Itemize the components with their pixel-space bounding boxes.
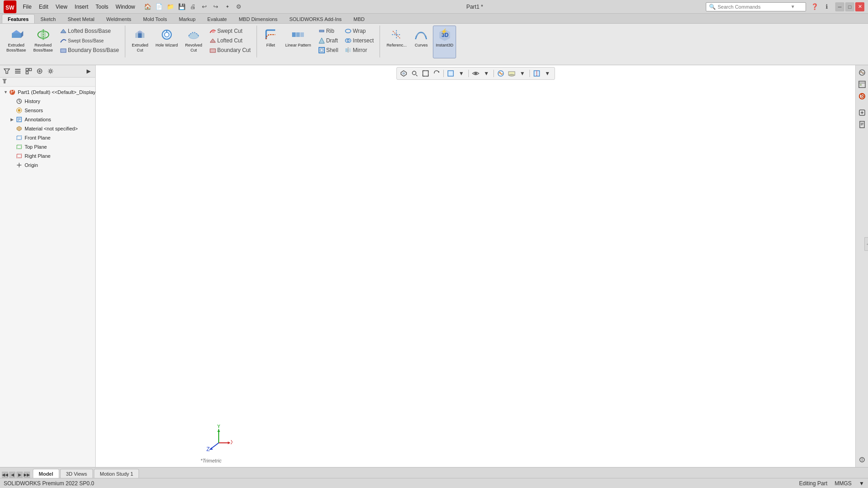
scenes-btn[interactable] — [507, 68, 517, 78]
tab-weldments[interactable]: Weldments — [100, 14, 137, 23]
shell-btn[interactable]: Shell — [316, 46, 341, 55]
tab-prev2-btn[interactable]: ◀ — [9, 472, 15, 478]
close-btn[interactable]: ✕ — [855, 2, 864, 11]
tree-item-part1[interactable]: ▼ P Part1 (Default) <<Default>_Display S — [0, 88, 95, 97]
tree-item-right-plane[interactable]: ▶ Right Plane — [0, 151, 95, 161]
hide-show-dropdown[interactable]: ▼ — [482, 68, 492, 78]
appearance-sidebar-btn[interactable] — [857, 67, 868, 78]
tab-sketch[interactable]: Sketch — [35, 14, 62, 23]
tree-item-material[interactable]: ▶ Material <not specified> — [0, 124, 95, 133]
tab-evaluate[interactable]: Evaluate — [201, 14, 233, 23]
instant3d-btn[interactable]: 3D ⚡ Instant3D — [433, 26, 456, 58]
extruded-cut-btn[interactable]: ExtrudedCut — [129, 26, 151, 58]
ft-add-btn[interactable] — [35, 66, 45, 76]
document-properties-btn[interactable] — [857, 119, 868, 130]
swept-cut-btn[interactable]: Swept Cut — [207, 26, 253, 36]
3d-content-central-btn[interactable] — [857, 107, 868, 118]
status-units-dropdown[interactable]: ▼ — [859, 480, 864, 487]
expand-arrow-part1[interactable]: ▼ — [4, 89, 8, 95]
curves-btn[interactable]: Curves — [411, 26, 431, 58]
tab-features[interactable]: Features — [2, 14, 35, 23]
selection-btn[interactable]: ✦ — [222, 2, 232, 12]
menu-edit[interactable]: Edit — [35, 3, 52, 11]
open-btn[interactable]: 📁 — [165, 2, 175, 12]
rib-btn[interactable]: Rib — [316, 26, 341, 36]
tree-item-front-plane[interactable]: ▶ Front Plane — [0, 133, 95, 142]
tree-item-top-plane[interactable]: ▶ Top Plane — [0, 142, 95, 151]
tree-item-sensors[interactable]: ▶ Sensors — [0, 106, 95, 115]
minimize-btn[interactable]: ─ — [835, 2, 844, 11]
restore-btn[interactable]: □ — [845, 2, 854, 11]
ft-filter-btn[interactable] — [2, 66, 12, 76]
tab-mbd[interactable]: MBD — [348, 14, 370, 23]
viewport[interactable]: ▼ ▼ ▼ ▼ X — [96, 65, 855, 467]
zoom-fit-btn[interactable] — [421, 68, 431, 78]
zoom-area-btn[interactable] — [410, 68, 420, 78]
swept-boss-btn[interactable]: Swept Boss/Base — [57, 36, 121, 45]
rotate-btn[interactable] — [431, 68, 442, 78]
solidworks-resources-btn[interactable]: S — [857, 91, 868, 102]
info-btn[interactable]: ℹ — [822, 2, 832, 12]
boundary-cut-btn[interactable]: Boundary Cut — [207, 46, 253, 55]
tab-mold-tools[interactable]: Mold Tools — [137, 14, 173, 23]
scenes-dropdown[interactable]: ▼ — [518, 68, 528, 78]
home-btn[interactable]: 🏠 — [143, 2, 153, 12]
hide-show-btn[interactable] — [471, 68, 481, 78]
ft-list-btn[interactable] — [13, 66, 23, 76]
tab-model[interactable]: Model — [33, 469, 59, 478]
new-btn[interactable]: 📄 — [154, 2, 164, 12]
custom-property-tab-btn[interactable] — [857, 454, 868, 465]
lofted-boss-btn[interactable]: Lofted Boss/Base — [57, 26, 121, 36]
menu-tools[interactable]: Tools — [92, 3, 112, 11]
tab-motion-study[interactable]: Motion Study 1 — [94, 469, 139, 478]
save-btn[interactable]: 💾 — [177, 2, 187, 12]
linear-pattern-btn[interactable]: Linear Pattern — [282, 26, 314, 58]
tab-markup[interactable]: Markup — [173, 14, 201, 23]
options-btn[interactable]: ⚙ — [234, 2, 244, 12]
section-view-btn[interactable] — [532, 68, 542, 78]
help-btn[interactable]: ❓ — [810, 2, 820, 12]
search-box[interactable]: 🔍 ▼ — [706, 2, 806, 11]
menu-view[interactable]: View — [52, 3, 71, 11]
display-style-dropdown[interactable]: ▼ — [457, 68, 467, 78]
reference-btn[interactable]: Referenc... — [384, 26, 409, 58]
tab-mbd-dimensions[interactable]: MBD Dimensions — [233, 14, 283, 23]
tab-prev-btn[interactable]: ◀◀ — [2, 472, 8, 478]
menu-insert[interactable]: Insert — [71, 3, 92, 11]
mirror-btn[interactable]: Mirror — [342, 46, 376, 55]
camera-btn[interactable]: ▼ — [543, 68, 553, 78]
undo-btn[interactable]: ↩ — [200, 2, 210, 12]
tab-next-btn[interactable]: ▶ — [16, 472, 23, 478]
print-btn[interactable]: 🖨 — [188, 2, 198, 12]
tree-item-history[interactable]: ▶ History — [0, 97, 95, 106]
tab-sheet-metal[interactable]: Sheet Metal — [62, 14, 101, 23]
view-orient-btn[interactable] — [399, 68, 409, 78]
tree-item-origin[interactable]: ▶ Origin — [0, 161, 95, 170]
revolved-boss-btn[interactable]: RevolvedBoss/Base — [31, 26, 56, 58]
revolved-cut-btn[interactable]: RevolvedCut — [182, 26, 205, 58]
boundary-boss-btn[interactable]: Boundary Boss/Base — [57, 46, 121, 55]
lofted-cut-btn[interactable]: Lofted Cut — [207, 36, 253, 45]
intersect-btn[interactable]: Intersect — [342, 36, 376, 45]
ft-settings-btn[interactable] — [46, 66, 56, 76]
menu-file[interactable]: File — [19, 3, 35, 11]
hole-wizard-btn[interactable]: Hole Wizard — [153, 26, 180, 58]
search-dropdown-icon[interactable]: ▼ — [791, 4, 795, 9]
tab-next2-btn[interactable]: ▶▶ — [24, 472, 30, 478]
search-input[interactable] — [718, 4, 791, 10]
expand-arrow-annotations[interactable]: ▶ — [9, 117, 15, 122]
fillet-btn[interactable]: Fillet — [261, 26, 281, 58]
wrap-btn[interactable]: Wrap — [342, 26, 376, 36]
appearance-btn[interactable] — [496, 68, 506, 78]
draft-btn[interactable]: Draft — [316, 36, 341, 45]
tab-solidworks-addins[interactable]: SOLIDWORKS Add-Ins — [283, 14, 348, 23]
extruded-boss-btn[interactable]: ExtrudedBoss/Base — [4, 26, 29, 58]
display-style-btn[interactable] — [446, 68, 456, 78]
menu-window[interactable]: Window — [112, 3, 139, 11]
tab-3d-views[interactable]: 3D Views — [60, 469, 93, 478]
ft-expand-btn[interactable]: ▶ — [83, 66, 93, 76]
display-pane-btn[interactable] — [857, 79, 868, 90]
redo-btn[interactable]: ↪ — [211, 2, 221, 12]
ft-collapse-btn[interactable] — [24, 66, 34, 76]
tree-item-annotations[interactable]: ▶ Annotations — [0, 115, 95, 124]
